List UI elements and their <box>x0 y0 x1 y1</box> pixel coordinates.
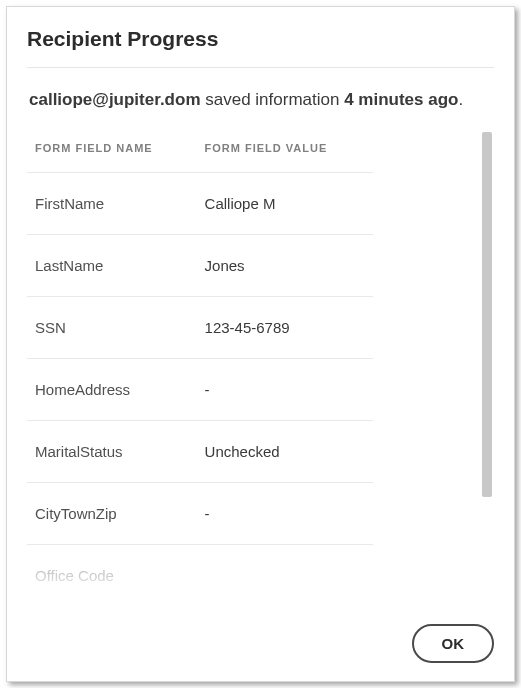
table-row: LastName Jones <box>27 235 373 297</box>
cell-field-value: - <box>197 483 373 545</box>
col-header-name: Form Field Name <box>27 132 197 173</box>
cell-field-value: 123-45-6789 <box>197 297 373 359</box>
recipient-progress-dialog: Recipient Progress calliope@jupiter.dom … <box>6 6 515 682</box>
cell-field-name: Office Code <box>27 545 197 601</box>
status-line: calliope@jupiter.dom saved information 4… <box>29 90 494 110</box>
form-fields-table: Form Field Name Form Field Value FirstNa… <box>27 132 373 600</box>
dialog-title: Recipient Progress <box>27 27 494 51</box>
status-time: 4 minutes ago <box>344 90 458 109</box>
cell-field-name: LastName <box>27 235 197 297</box>
cell-field-name: MaritalStatus <box>27 421 197 483</box>
scrollbar[interactable] <box>480 132 494 600</box>
ok-button[interactable]: OK <box>412 624 495 663</box>
dialog-footer: OK <box>27 600 494 663</box>
cell-field-name: FirstName <box>27 173 197 235</box>
table-scroll-area: Form Field Name Form Field Value FirstNa… <box>27 132 474 600</box>
scrollbar-thumb[interactable] <box>482 132 492 497</box>
cell-field-value: Jones <box>197 235 373 297</box>
cell-field-value <box>197 545 373 601</box>
table-row: SSN 123-45-6789 <box>27 297 373 359</box>
cell-field-value: Unchecked <box>197 421 373 483</box>
cell-field-value: - <box>197 359 373 421</box>
cell-field-name: HomeAddress <box>27 359 197 421</box>
table-row: MaritalStatus Unchecked <box>27 421 373 483</box>
table-row: FirstName Calliope M <box>27 173 373 235</box>
cell-field-value: Calliope M <box>197 173 373 235</box>
status-middle: saved information <box>201 90 345 109</box>
cell-field-name: CityTownZip <box>27 483 197 545</box>
col-header-value: Form Field Value <box>197 132 373 173</box>
status-suffix: . <box>458 90 463 109</box>
cell-field-name: SSN <box>27 297 197 359</box>
divider <box>27 67 494 68</box>
status-email: calliope@jupiter.dom <box>29 90 201 109</box>
table-row: HomeAddress - <box>27 359 373 421</box>
table-row: Office Code <box>27 545 373 601</box>
table-row: CityTownZip - <box>27 483 373 545</box>
